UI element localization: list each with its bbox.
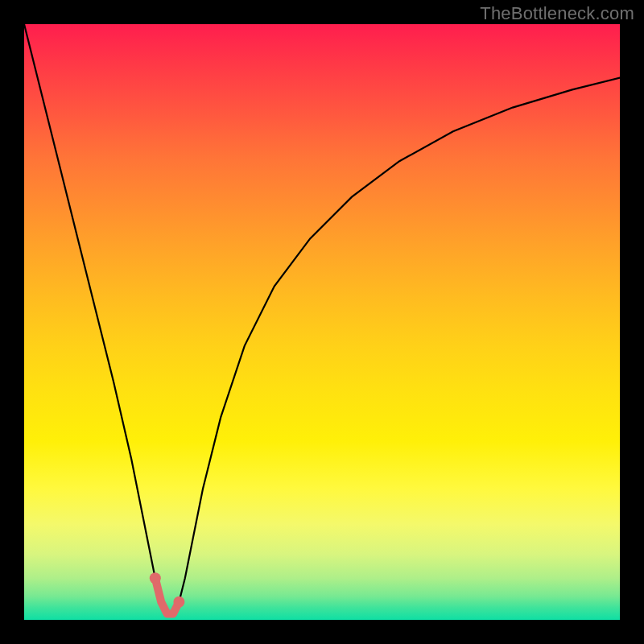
optimal-range-highlight [155,578,180,613]
outer-frame: TheBottleneck.com [0,0,644,644]
highlight-dot [173,597,184,608]
chart-svg [24,24,620,620]
plot-area [24,24,620,620]
bottleneck-curve [24,24,620,614]
highlight-dot [150,572,161,584]
watermark-text: TheBottleneck.com [480,3,634,24]
